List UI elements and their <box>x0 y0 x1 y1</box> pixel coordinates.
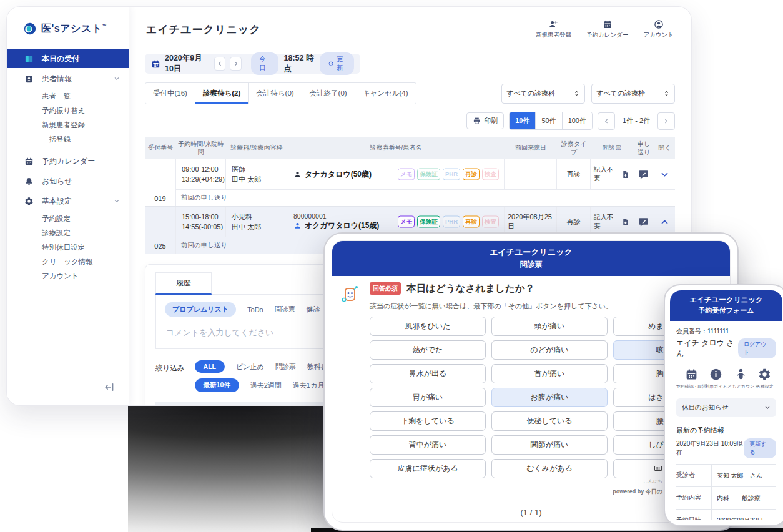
patient-card-number: 800000001 <box>293 212 327 220</box>
child-icon <box>734 368 747 381</box>
tab-waiting-exam[interactable]: 診察待ち(2) <box>195 83 249 104</box>
filter-pinned[interactable]: ピン止め <box>236 362 264 372</box>
filter-past-1m[interactable]: 過去1カ月 <box>293 381 324 390</box>
reception-number: 019 <box>145 159 176 206</box>
filter-all[interactable]: ALL <box>195 360 225 373</box>
printer-icon <box>473 117 481 125</box>
arrival-time: 14:55(-00:05) <box>182 222 223 232</box>
sidebar-item-bulk-register[interactable]: 一括登録 <box>7 132 129 146</box>
pill-todo[interactable]: ToDo <box>247 306 263 313</box>
logo-icon <box>23 22 37 36</box>
symptom-button[interactable]: 鼻水が出る <box>370 364 486 383</box>
col-header: 問診票 <box>591 137 633 159</box>
sidebar-item-notifications[interactable]: お知らせ <box>7 172 129 190</box>
prev-day-button[interactable] <box>214 57 226 71</box>
chevron-down-icon <box>660 170 669 179</box>
department-select[interactable]: すべての診療科 <box>501 84 585 104</box>
tab-history[interactable]: 履歴 <box>155 272 212 295</box>
menu-settings[interactable]: 各種設定 <box>755 368 776 390</box>
filter-past-2w[interactable]: 過去2週間 <box>250 381 282 390</box>
refresh-button[interactable]: 更新する <box>744 438 776 458</box>
sidebar-item-clinic-info[interactable]: クリニック情報 <box>7 255 129 268</box>
sidebar-item-patient-info[interactable]: 患者情報 <box>7 69 129 88</box>
sidebar-collapse-button[interactable] <box>104 381 115 393</box>
holiday-notice-accordion[interactable]: 休日のお知らせ <box>676 398 776 417</box>
sidebar-item-today-reception[interactable]: 本日の受付 <box>7 49 129 68</box>
refresh-button[interactable]: 更新 <box>320 52 354 75</box>
department: 小児科 <box>232 212 252 222</box>
reservation-calendar-button[interactable]: 予約カレンダー <box>586 19 628 39</box>
print-label: 印刷 <box>484 116 498 126</box>
person-icon <box>293 222 302 230</box>
person-icon <box>293 170 302 179</box>
page-size-50[interactable]: 50件 <box>536 112 562 129</box>
phone-menu: 予約確認・取消 利用ガイド こどもアカウント 各種設定 <box>676 368 776 390</box>
pill-problem-list[interactable]: プロブレムリスト <box>165 302 236 317</box>
symptom-button[interactable]: 背中が痛い <box>370 435 486 455</box>
gear-icon <box>758 368 771 381</box>
sidebar-item-account[interactable]: アカウント <box>7 269 129 283</box>
filter-latest-10[interactable]: 最新10件 <box>195 378 239 392</box>
handover-cell[interactable] <box>633 159 654 189</box>
tab-cancelled[interactable]: キャンセル(4) <box>355 83 416 104</box>
sidebar-item-new-patient[interactable]: 新規患者登録 <box>7 118 129 132</box>
today-button[interactable]: 今日 <box>251 52 278 75</box>
print-button[interactable]: 印刷 <box>466 112 504 129</box>
sidebar-item-reservation-calendar[interactable]: 予約カレンダー <box>7 152 129 170</box>
symptom-button[interactable]: 便秘している <box>491 411 608 431</box>
symptom-button-selected[interactable]: お腹が痛い <box>491 388 608 407</box>
sidebar-item-medical-settings[interactable]: 診療設定 <box>7 226 129 240</box>
insurance-badge: 保険証 <box>417 169 440 180</box>
symptom-button[interactable]: のどが痛い <box>491 340 608 360</box>
sidebar-item-reservation-transfer[interactable]: 予約振り替え <box>7 104 129 117</box>
symptom-button[interactable]: 関節が痛い <box>491 435 608 455</box>
page-size-100[interactable]: 100件 <box>563 112 592 129</box>
symptom-button[interactable]: 下痢をしている <box>370 411 486 431</box>
refresh-icon <box>328 61 334 67</box>
symptom-button[interactable]: むくみがある <box>491 459 608 478</box>
table-row[interactable]: 019 09:00-12:00 13:29(+04:29) 医師 田中 太郎 タ… <box>145 159 675 207</box>
tab-reception[interactable]: 受付中(16) <box>145 83 195 104</box>
sidebar-item-patient-list[interactable]: 患者一覧 <box>7 89 129 103</box>
pill-checkup[interactable]: 健診 <box>307 305 320 314</box>
new-patient-button[interactable]: 新規患者登録 <box>536 19 571 39</box>
calendar-icon <box>685 368 698 381</box>
dashboard-icon <box>24 54 34 64</box>
current-date: 2020年9月10日 <box>165 53 210 74</box>
tab-payment-done[interactable]: 会計終了(0) <box>302 83 355 104</box>
symptom-button[interactable]: 首が痛い <box>491 364 608 383</box>
symptom-button[interactable]: 胃が痛い <box>370 388 486 407</box>
next-day-button[interactable] <box>230 57 242 71</box>
expand-row-button[interactable] <box>654 159 675 189</box>
sidebar-item-reservation-settings[interactable]: 予約設定 <box>7 212 129 225</box>
sidebar-item-special-holiday[interactable]: 特別休日設定 <box>7 240 129 254</box>
menu-child-account[interactable]: こどもアカウント <box>727 368 755 390</box>
list-controls: 印刷 10件 50件 100件 1件 - 2件 <box>145 112 675 130</box>
page-size-10[interactable]: 10件 <box>510 112 536 129</box>
account-button[interactable]: アカウント <box>643 19 674 39</box>
prev-page-button[interactable] <box>598 112 615 130</box>
next-page-button[interactable] <box>657 112 675 130</box>
revisit-badge: 再診 <box>463 169 480 180</box>
header-actions: 新規患者登録 予約カレンダー アカウント <box>536 19 674 39</box>
sidebar-item-basic-settings[interactable]: 基本設定 <box>7 192 129 210</box>
menu-reservation-check[interactable]: 予約確認・取消 <box>677 368 705 390</box>
filter-questionnaire[interactable]: 問診票 <box>275 362 296 372</box>
symptom-button[interactable]: 熱がでた <box>370 340 486 360</box>
latest-reservation-time: 2020年9月23日 10:09現在 <box>676 440 744 457</box>
col-header: 申し送り <box>633 137 654 159</box>
pill-questionnaire[interactable]: 問診票 <box>275 305 295 314</box>
logout-button[interactable]: ログアウト <box>738 338 776 358</box>
symptom-button[interactable]: 頭が痛い <box>491 317 608 336</box>
info-value: 英知 太郎 さん <box>711 465 776 486</box>
chevron-right-icon <box>663 118 669 124</box>
phr-badge: PHR <box>443 216 460 228</box>
slot-select[interactable]: すべての診療枠 <box>591 84 675 104</box>
tab-waiting-payment[interactable]: 会計待ち(0) <box>249 83 302 104</box>
info-value: 内科 一般診療 <box>711 487 776 509</box>
doctor-name: 田中 太郎 <box>232 222 261 232</box>
symptom-button[interactable]: 風邪をひいた <box>370 317 486 336</box>
symptom-button[interactable]: 皮膚に症状がある <box>370 459 486 478</box>
doctor-name: 田中 太郎 <box>232 174 261 185</box>
page-title: エイチユークリニック <box>146 22 261 37</box>
